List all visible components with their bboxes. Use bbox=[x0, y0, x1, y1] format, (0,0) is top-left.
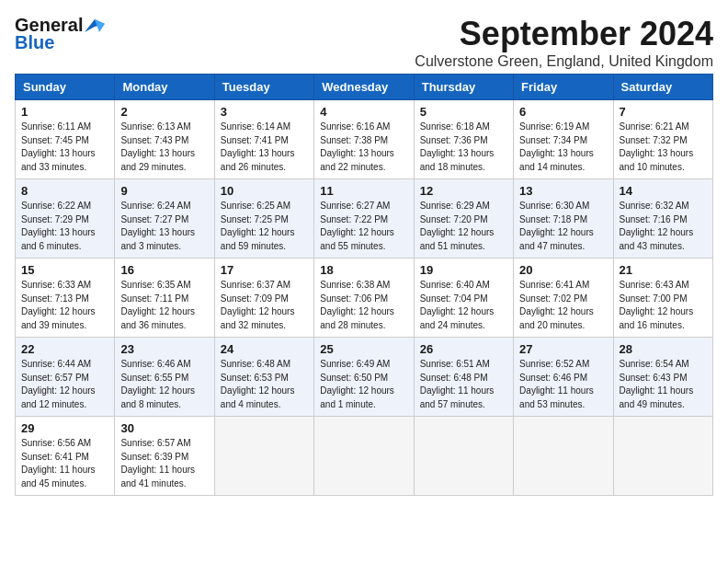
calendar-cell: 16Sunrise: 6:35 AMSunset: 7:11 PMDayligh… bbox=[115, 259, 214, 338]
day-number: 17 bbox=[221, 263, 308, 277]
col-header-tuesday: Tuesday bbox=[214, 75, 313, 100]
day-info: Sunrise: 6:14 AMSunset: 7:41 PMDaylight:… bbox=[221, 121, 308, 174]
calendar-cell: 3Sunrise: 6:14 AMSunset: 7:41 PMDaylight… bbox=[214, 100, 313, 179]
calendar-cell: 28Sunrise: 6:54 AMSunset: 6:43 PMDayligh… bbox=[613, 338, 712, 417]
calendar-cell: 17Sunrise: 6:37 AMSunset: 7:09 PMDayligh… bbox=[214, 259, 313, 338]
day-number: 12 bbox=[420, 184, 507, 198]
calendar-cell bbox=[314, 417, 414, 496]
day-info: Sunrise: 6:22 AMSunset: 7:29 PMDaylight:… bbox=[21, 200, 108, 253]
day-number: 16 bbox=[120, 263, 208, 277]
day-number: 6 bbox=[519, 105, 607, 119]
calendar-week-row: 29Sunrise: 6:56 AMSunset: 6:41 PMDayligh… bbox=[16, 417, 713, 496]
calendar-cell: 5Sunrise: 6:18 AMSunset: 7:36 PMDaylight… bbox=[414, 100, 513, 179]
day-info: Sunrise: 6:24 AMSunset: 7:27 PMDaylight:… bbox=[120, 200, 208, 253]
calendar-week-row: 22Sunrise: 6:44 AMSunset: 6:57 PMDayligh… bbox=[16, 338, 713, 417]
day-number: 14 bbox=[620, 184, 707, 198]
day-info: Sunrise: 6:21 AMSunset: 7:32 PMDaylight:… bbox=[620, 121, 707, 174]
day-info: Sunrise: 6:46 AMSunset: 6:55 PMDaylight:… bbox=[120, 358, 208, 411]
calendar-cell: 13Sunrise: 6:30 AMSunset: 7:18 PMDayligh… bbox=[514, 179, 613, 259]
day-info: Sunrise: 6:56 AMSunset: 6:41 PMDaylight:… bbox=[21, 437, 108, 490]
calendar-cell: 21Sunrise: 6:43 AMSunset: 7:00 PMDayligh… bbox=[613, 259, 712, 338]
calendar-cell bbox=[613, 417, 712, 496]
day-number: 28 bbox=[620, 342, 707, 356]
day-info: Sunrise: 6:32 AMSunset: 7:16 PMDaylight:… bbox=[620, 200, 707, 253]
calendar-cell bbox=[214, 417, 313, 496]
day-info: Sunrise: 6:49 AMSunset: 6:50 PMDaylight:… bbox=[320, 358, 407, 411]
day-info: Sunrise: 6:54 AMSunset: 6:43 PMDaylight:… bbox=[620, 358, 707, 411]
day-number: 22 bbox=[21, 342, 108, 356]
calendar-week-row: 1Sunrise: 6:11 AMSunset: 7:45 PMDaylight… bbox=[16, 100, 713, 179]
day-info: Sunrise: 6:37 AMSunset: 7:09 PMDaylight:… bbox=[221, 279, 308, 332]
calendar-cell: 11Sunrise: 6:27 AMSunset: 7:22 PMDayligh… bbox=[314, 179, 414, 259]
calendar-cell: 7Sunrise: 6:21 AMSunset: 7:32 PMDaylight… bbox=[613, 100, 712, 179]
calendar-cell: 22Sunrise: 6:44 AMSunset: 6:57 PMDayligh… bbox=[16, 338, 115, 417]
day-number: 29 bbox=[21, 421, 108, 435]
day-number: 9 bbox=[120, 184, 208, 198]
location-title: Culverstone Green, England, United Kingd… bbox=[415, 53, 713, 70]
day-number: 5 bbox=[420, 105, 507, 119]
day-number: 26 bbox=[420, 342, 507, 356]
day-number: 19 bbox=[420, 263, 507, 277]
day-info: Sunrise: 6:30 AMSunset: 7:18 PMDaylight:… bbox=[519, 200, 607, 253]
calendar-cell: 24Sunrise: 6:48 AMSunset: 6:53 PMDayligh… bbox=[214, 338, 313, 417]
day-number: 15 bbox=[21, 263, 108, 277]
calendar-cell: 9Sunrise: 6:24 AMSunset: 7:27 PMDaylight… bbox=[115, 179, 214, 259]
calendar-cell bbox=[514, 417, 613, 496]
day-info: Sunrise: 6:44 AMSunset: 6:57 PMDaylight:… bbox=[21, 358, 108, 411]
calendar-cell: 15Sunrise: 6:33 AMSunset: 7:13 PMDayligh… bbox=[16, 259, 115, 338]
col-header-monday: Monday bbox=[115, 75, 214, 100]
col-header-wednesday: Wednesday bbox=[314, 75, 414, 100]
header: General Blue September 2024 Culverstone … bbox=[15, 15, 713, 70]
calendar-cell: 14Sunrise: 6:32 AMSunset: 7:16 PMDayligh… bbox=[613, 179, 712, 259]
day-info: Sunrise: 6:38 AMSunset: 7:06 PMDaylight:… bbox=[320, 279, 407, 332]
calendar-cell: 12Sunrise: 6:29 AMSunset: 7:20 PMDayligh… bbox=[414, 179, 513, 259]
day-number: 27 bbox=[519, 342, 607, 356]
logo-bird-icon bbox=[85, 19, 105, 32]
day-info: Sunrise: 6:35 AMSunset: 7:11 PMDaylight:… bbox=[120, 279, 208, 332]
calendar-week-row: 8Sunrise: 6:22 AMSunset: 7:29 PMDaylight… bbox=[16, 179, 713, 259]
day-number: 10 bbox=[221, 184, 308, 198]
day-number: 24 bbox=[221, 342, 308, 356]
day-info: Sunrise: 6:19 AMSunset: 7:34 PMDaylight:… bbox=[519, 121, 607, 174]
calendar-cell: 20Sunrise: 6:41 AMSunset: 7:02 PMDayligh… bbox=[514, 259, 613, 338]
day-number: 25 bbox=[320, 342, 407, 356]
calendar-cell: 19Sunrise: 6:40 AMSunset: 7:04 PMDayligh… bbox=[414, 259, 513, 338]
calendar-cell: 26Sunrise: 6:51 AMSunset: 6:48 PMDayligh… bbox=[414, 338, 513, 417]
day-number: 4 bbox=[320, 105, 407, 119]
day-info: Sunrise: 6:11 AMSunset: 7:45 PMDaylight:… bbox=[21, 121, 108, 174]
calendar-table: SundayMondayTuesdayWednesdayThursdayFrid… bbox=[15, 74, 713, 496]
calendar-header-row: SundayMondayTuesdayWednesdayThursdayFrid… bbox=[16, 75, 713, 100]
day-info: Sunrise: 6:41 AMSunset: 7:02 PMDaylight:… bbox=[519, 279, 607, 332]
day-number: 3 bbox=[221, 105, 308, 119]
day-number: 13 bbox=[519, 184, 607, 198]
day-info: Sunrise: 6:43 AMSunset: 7:00 PMDaylight:… bbox=[620, 279, 707, 332]
day-number: 30 bbox=[120, 421, 208, 435]
calendar-cell: 25Sunrise: 6:49 AMSunset: 6:50 PMDayligh… bbox=[314, 338, 414, 417]
day-number: 21 bbox=[620, 263, 707, 277]
day-info: Sunrise: 6:16 AMSunset: 7:38 PMDaylight:… bbox=[320, 121, 407, 174]
calendar-week-row: 15Sunrise: 6:33 AMSunset: 7:13 PMDayligh… bbox=[16, 259, 713, 338]
calendar-cell: 29Sunrise: 6:56 AMSunset: 6:41 PMDayligh… bbox=[16, 417, 115, 496]
col-header-thursday: Thursday bbox=[414, 75, 513, 100]
month-title: September 2024 bbox=[415, 15, 713, 53]
day-number: 2 bbox=[120, 105, 208, 119]
day-number: 8 bbox=[21, 184, 108, 198]
col-header-saturday: Saturday bbox=[613, 75, 712, 100]
day-info: Sunrise: 6:33 AMSunset: 7:13 PMDaylight:… bbox=[21, 279, 108, 332]
day-info: Sunrise: 6:25 AMSunset: 7:25 PMDaylight:… bbox=[221, 200, 308, 253]
day-number: 11 bbox=[320, 184, 407, 198]
calendar-cell: 1Sunrise: 6:11 AMSunset: 7:45 PMDaylight… bbox=[16, 100, 115, 179]
logo: General Blue bbox=[15, 15, 105, 53]
day-info: Sunrise: 6:29 AMSunset: 7:20 PMDaylight:… bbox=[420, 200, 507, 253]
day-number: 20 bbox=[519, 263, 607, 277]
calendar-cell: 4Sunrise: 6:16 AMSunset: 7:38 PMDaylight… bbox=[314, 100, 414, 179]
calendar-cell: 8Sunrise: 6:22 AMSunset: 7:29 PMDaylight… bbox=[16, 179, 115, 259]
calendar-cell: 10Sunrise: 6:25 AMSunset: 7:25 PMDayligh… bbox=[214, 179, 313, 259]
day-info: Sunrise: 6:40 AMSunset: 7:04 PMDaylight:… bbox=[420, 279, 507, 332]
col-header-friday: Friday bbox=[514, 75, 613, 100]
calendar-cell bbox=[414, 417, 513, 496]
day-info: Sunrise: 6:13 AMSunset: 7:43 PMDaylight:… bbox=[120, 121, 208, 174]
calendar-cell: 30Sunrise: 6:57 AMSunset: 6:39 PMDayligh… bbox=[115, 417, 214, 496]
day-info: Sunrise: 6:48 AMSunset: 6:53 PMDaylight:… bbox=[221, 358, 308, 411]
logo-blue: Blue bbox=[15, 32, 54, 53]
